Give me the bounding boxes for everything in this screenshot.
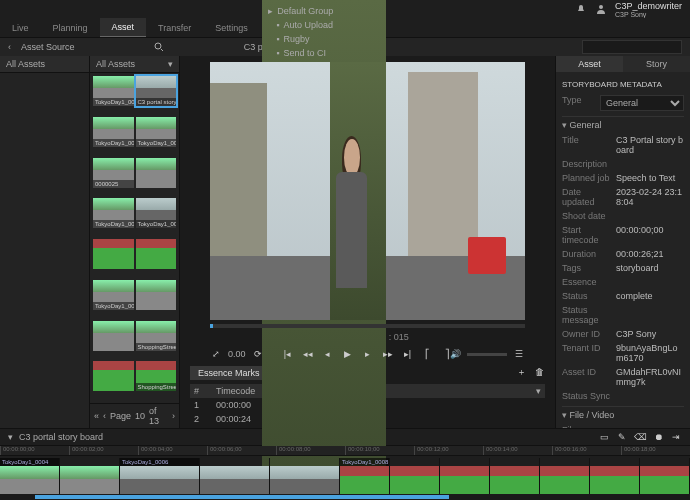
nav-tab-settings[interactable]: Settings xyxy=(203,19,260,37)
nav-tab-live[interactable]: Live xyxy=(0,19,41,37)
ruler-tick: 00:00:16;00 xyxy=(552,446,587,455)
step-back-icon[interactable]: ◂◂ xyxy=(302,348,314,360)
mark-in-icon[interactable]: ⎡ xyxy=(422,348,434,360)
next-frame-icon[interactable]: ▸ xyxy=(362,348,374,360)
transport-controls: ⤢ 0.00 ⟳ |◂ ◂◂ ◂ ▶ ▸ ▸▸ ▸| ⎡ ⎤ 🔊 ☰ xyxy=(180,344,555,364)
bottom-tab[interactable]: Essence Marks xyxy=(190,366,268,380)
asset-thumb[interactable]: TokyoDay1_0003 xyxy=(93,117,134,147)
volume-icon[interactable]: 🔊 xyxy=(449,348,461,360)
type-select[interactable]: General xyxy=(600,95,684,111)
skip-start-icon[interactable]: |◂ xyxy=(282,348,294,360)
ruler-tick: 00:00:18;00 xyxy=(621,446,656,455)
ruler-tick: 00:00:12;00 xyxy=(414,446,449,455)
timeline-clip[interactable] xyxy=(490,458,540,494)
volume-slider[interactable] xyxy=(467,353,507,356)
timeline-track[interactable]: TokyoDay1_0004TokyoDay1_0006TokyoDay1_00… xyxy=(0,456,690,494)
timeline-clip[interactable]: TokyoDay1_0006 xyxy=(120,458,200,494)
asset-thumb[interactable] xyxy=(93,361,134,391)
tree-item[interactable]: ▪Auto Upload xyxy=(264,18,384,32)
step-fwd-icon[interactable]: ▸▸ xyxy=(382,348,394,360)
meta-row: Essence xyxy=(562,275,684,289)
left-panel: All Assets ▸Default Group▪Auto Upload▪Ru… xyxy=(0,56,90,428)
video-canvas[interactable] xyxy=(210,62,525,320)
timeline-scrollbar[interactable] xyxy=(0,494,690,500)
meta-tabs: AssetStory xyxy=(556,56,690,72)
timeline-clip[interactable] xyxy=(270,458,340,494)
video-viewer: 000 : 000 : 005 : 015 ⤢ 0.00 ⟳ |◂ ◂◂ ◂ ▶… xyxy=(180,56,555,364)
asset-thumb[interactable] xyxy=(136,239,177,269)
asset-thumb[interactable] xyxy=(136,280,177,310)
meta-row: Owner IDC3P Sony xyxy=(562,327,684,341)
tl-export-icon[interactable]: ⇥ xyxy=(670,431,682,443)
timeline-clip[interactable] xyxy=(60,458,120,494)
tl-record-icon[interactable]: ⏺ xyxy=(652,431,664,443)
skip-end-icon[interactable]: ▸| xyxy=(402,348,414,360)
chevron-left-icon[interactable]: ‹ xyxy=(8,42,11,52)
asset-thumb[interactable]: TokyoDay1_0007 xyxy=(93,280,134,310)
search-input[interactable] xyxy=(582,40,682,54)
expand-icon[interactable]: ⤢ xyxy=(210,348,222,360)
timeline-clip[interactable]: TokyoDay1_0004 xyxy=(0,458,60,494)
asset-thumb[interactable]: C3 portal story b xyxy=(136,76,177,106)
asset-thumb[interactable]: TokyoDay1_0001 xyxy=(93,76,134,106)
thumb-grid: TokyoDay1_0001C3 portal story bTokyoDay1… xyxy=(90,73,179,403)
settings-icon[interactable]: ☰ xyxy=(513,348,525,360)
meta-tab[interactable]: Story xyxy=(623,56,690,72)
tree-item[interactable]: ▪Rugby xyxy=(264,32,384,46)
asset-thumb[interactable]: TokyoDay1_0005 xyxy=(93,198,134,228)
section-file[interactable]: ▾ File / Video xyxy=(562,406,684,423)
timeline-clip[interactable] xyxy=(540,458,590,494)
search-icon[interactable] xyxy=(153,41,165,53)
pager: « ‹ Page 10 of 13 › xyxy=(90,403,179,428)
timeline-clip[interactable] xyxy=(390,458,440,494)
meta-row: Start timecode00:00:00;00 xyxy=(562,223,684,247)
tree-item[interactable]: ▸Default Group xyxy=(264,4,384,18)
tree-item[interactable]: ▪Send to CI xyxy=(264,46,384,60)
tl-tool2-icon[interactable]: ✎ xyxy=(616,431,628,443)
timeline-clip[interactable] xyxy=(590,458,640,494)
user-block[interactable]: C3P_demowriter C3P Sony xyxy=(615,1,682,18)
meta-row: Duration00:00:26;21 xyxy=(562,247,684,261)
asset-thumb[interactable] xyxy=(93,239,134,269)
asset-thumb[interactable]: ShoppingStree xyxy=(136,321,177,351)
asset-thumb[interactable]: ShoppingStree xyxy=(136,361,177,391)
asset-thumb[interactable]: TokyoDay1_0006 xyxy=(136,198,177,228)
chevron-down-icon[interactable]: ▾ xyxy=(168,59,173,69)
timeline-clip[interactable] xyxy=(200,458,270,494)
asset-thumb[interactable]: TokyoDay1_0004 xyxy=(136,117,177,147)
user-icon[interactable] xyxy=(595,3,607,15)
left-header[interactable]: All Assets xyxy=(0,56,89,73)
meta-row: Tagsstoryboard xyxy=(562,261,684,275)
asset-thumb[interactable] xyxy=(93,321,134,351)
meta-row: Status message xyxy=(562,303,684,327)
add-icon[interactable]: ＋ xyxy=(515,366,527,378)
tl-tool1-icon[interactable]: ▭ xyxy=(598,431,610,443)
chevron-down-icon[interactable]: ▾ xyxy=(536,386,541,396)
timeline-clip[interactable] xyxy=(440,458,490,494)
main-area: All Assets ▸Default Group▪Auto Upload▪Ru… xyxy=(0,56,690,428)
section-general[interactable]: ▾ General xyxy=(562,116,684,133)
pager-next-icon[interactable]: › xyxy=(172,411,175,421)
bell-icon[interactable] xyxy=(575,3,587,15)
chevron-down-icon[interactable]: ▾ xyxy=(8,432,13,442)
meta-tab[interactable]: Asset xyxy=(556,56,623,72)
timeline-clip[interactable] xyxy=(640,458,690,494)
timeline-clip[interactable]: TokyoDay1_0008 xyxy=(340,458,390,494)
play-icon[interactable]: ▶ xyxy=(342,348,354,360)
prev-frame-icon[interactable]: ◂ xyxy=(322,348,334,360)
seek-slider[interactable] xyxy=(210,324,525,328)
folder-icon: ▪ xyxy=(276,20,279,30)
tl-tool3-icon[interactable]: ⌫ xyxy=(634,431,646,443)
asset-thumb[interactable] xyxy=(136,158,177,188)
pager-prev-icon[interactable]: ‹ xyxy=(103,411,106,421)
nav-tab-transfer[interactable]: Transfer xyxy=(146,19,203,37)
timeline-ruler[interactable]: 00:00:00;0000:00:02;0000:00:04;0000:00:0… xyxy=(0,446,690,456)
folder-icon: ▪ xyxy=(276,48,279,58)
asset-thumb[interactable]: 0000025 xyxy=(93,158,134,188)
pager-first-icon[interactable]: « xyxy=(94,411,99,421)
browser-header[interactable]: All Assets ▾ xyxy=(90,56,179,73)
nav-tab-planning[interactable]: Planning xyxy=(41,19,100,37)
nav-tab-asset[interactable]: Asset xyxy=(100,18,147,37)
remove-icon[interactable]: 🗑 xyxy=(533,366,545,378)
refresh-icon[interactable]: ⟳ xyxy=(252,348,264,360)
